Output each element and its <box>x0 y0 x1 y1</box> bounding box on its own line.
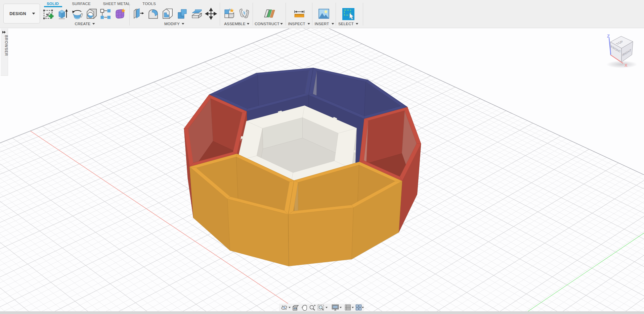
svg-text:CREATE: CREATE <box>75 22 91 26</box>
svg-text:SELECT: SELECT <box>338 22 354 26</box>
svg-text:CONSTRUCT: CONSTRUCT <box>255 22 280 26</box>
svg-text:X: X <box>625 63 628 68</box>
svg-text:ASSEMBLE: ASSEMBLE <box>224 22 246 26</box>
svg-text:SURFACE: SURFACE <box>72 2 91 6</box>
svg-text:SHEET METAL: SHEET METAL <box>103 2 130 6</box>
svg-text:Z: Z <box>607 34 610 39</box>
svg-text:SOLID: SOLID <box>47 2 59 6</box>
svg-text:DESIGN: DESIGN <box>9 11 26 16</box>
svg-text:INSPECT: INSPECT <box>288 22 305 26</box>
svg-text:BROWSER: BROWSER <box>4 35 8 56</box>
svg-text:INSERT: INSERT <box>314 22 329 26</box>
svg-text:MODIFY: MODIFY <box>164 22 180 26</box>
svg-text:TOOLS: TOOLS <box>142 2 156 6</box>
